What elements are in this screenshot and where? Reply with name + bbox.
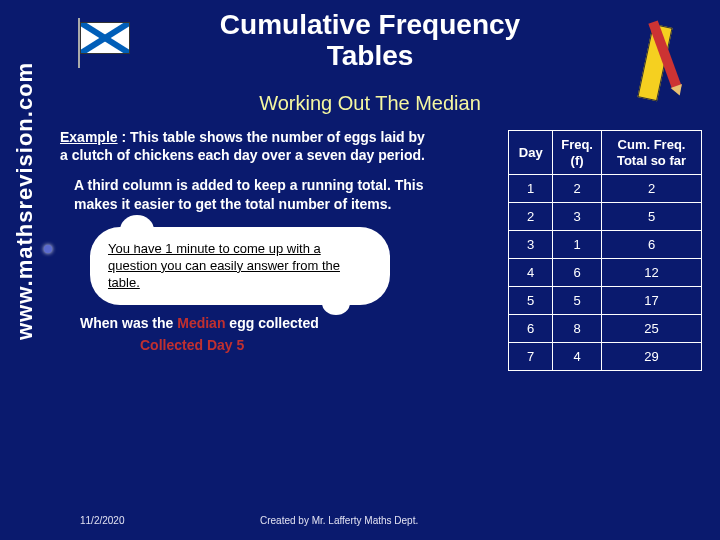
cell: 29 — [602, 343, 702, 371]
median-question: When was the Median egg collected — [80, 315, 430, 331]
bullet-icon — [44, 245, 52, 253]
cell: 2 — [602, 175, 702, 203]
cell: 6 — [553, 259, 602, 287]
cell: 5 — [602, 203, 702, 231]
q1-part-b: Median — [177, 315, 229, 331]
table-row: 4612 — [509, 259, 702, 287]
col-cumfreq: Cum. Freq. Total so far — [602, 131, 702, 175]
example-label: Example — [60, 129, 118, 145]
cell: 25 — [602, 315, 702, 343]
explanation-paragraph: A third column is added to keep a runnin… — [74, 176, 430, 212]
cell: 7 — [509, 343, 553, 371]
q1-part-c: egg collected — [229, 315, 318, 331]
slide-title: Cumulative Frequency Tables — [200, 10, 540, 72]
table-row: 316 — [509, 231, 702, 259]
table-row: 7429 — [509, 343, 702, 371]
flag-scotland-icon — [80, 22, 130, 54]
cell: 6 — [509, 315, 553, 343]
cell: 5 — [553, 287, 602, 315]
frequency-table: Day Freq. (f) Cum. Freq. Total so far 12… — [508, 130, 702, 371]
cell: 3 — [553, 203, 602, 231]
col-day: Day — [509, 131, 553, 175]
cell: 1 — [553, 231, 602, 259]
table-row: 6825 — [509, 315, 702, 343]
cell: 4 — [509, 259, 553, 287]
example-paragraph: Example : This table shows the number of… — [60, 128, 430, 164]
q1-part-a: When was the — [80, 315, 177, 331]
table-row: 5517 — [509, 287, 702, 315]
table-body: 122 235 316 4612 5517 6825 7429 — [509, 175, 702, 371]
cell: 4 — [553, 343, 602, 371]
table-row: 235 — [509, 203, 702, 231]
sidebar-url: www.mathsrevision.com — [12, 62, 38, 340]
content-area: Example : This table shows the number of… — [60, 128, 430, 353]
ruler-pencil-icon — [610, 5, 700, 105]
cell: 8 — [553, 315, 602, 343]
slide-subtitle: Working Out The Median — [160, 92, 580, 115]
table-row: 122 — [509, 175, 702, 203]
cell: 5 — [509, 287, 553, 315]
cell: 2 — [509, 203, 553, 231]
cell: 17 — [602, 287, 702, 315]
cell: 1 — [509, 175, 553, 203]
cell: 2 — [553, 175, 602, 203]
median-answer: Collected Day 5 — [140, 337, 430, 353]
thought-cloud: You have 1 minute to come up with a ques… — [90, 227, 390, 306]
cell: 12 — [602, 259, 702, 287]
footer-date: 11/2/2020 — [80, 515, 125, 526]
col-freq: Freq. (f) — [553, 131, 602, 175]
slide: Cumulative Frequency Tables Working Out … — [0, 0, 720, 540]
cell: 6 — [602, 231, 702, 259]
cell: 3 — [509, 231, 553, 259]
cloud-text: You have 1 minute to come up with a ques… — [108, 241, 340, 290]
footer-credit: Created by Mr. Lafferty Maths Dept. — [260, 515, 418, 526]
table-header-row: Day Freq. (f) Cum. Freq. Total so far — [509, 131, 702, 175]
